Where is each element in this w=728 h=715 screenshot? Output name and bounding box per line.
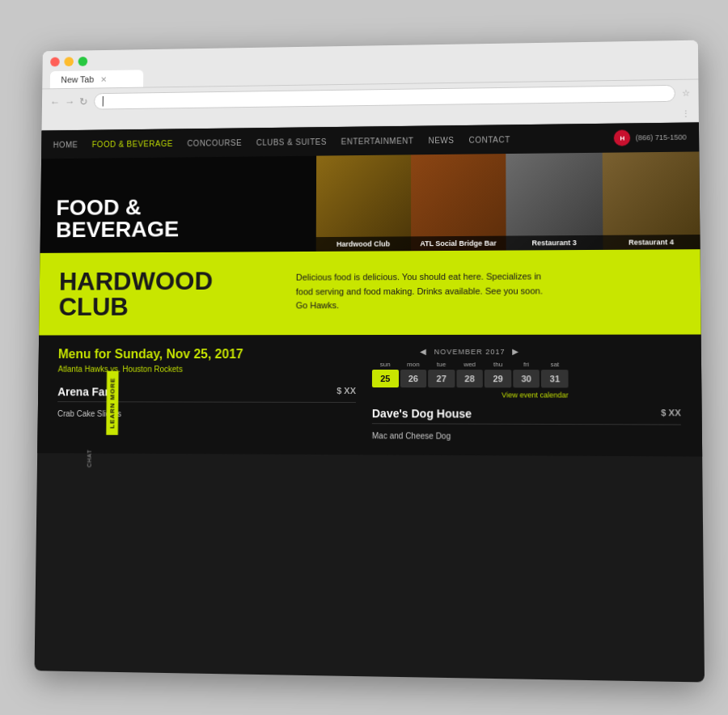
nav-entertainment[interactable]: ENTERTAINMENT: [341, 136, 414, 146]
cursor: [103, 96, 104, 107]
close-button[interactable]: [50, 57, 60, 67]
nav-home[interactable]: HOME: [53, 140, 78, 149]
hero-img-label-2: ATL Social Bridge Bar: [411, 236, 506, 252]
hero-image-4[interactable]: Restaurant 4: [602, 151, 700, 249]
venue-title: HARDWOOD CLUB: [58, 268, 280, 319]
hero-image-1[interactable]: Hardwood Club: [316, 154, 411, 252]
browser-window: New Tab ✕ ← → ↻ ☆ ⋮ HOME FOOD & BEVERAGE…: [35, 40, 705, 683]
cal-day-29[interactable]: 29: [485, 370, 511, 387]
cal-month-label: NOVEMBER 2017: [434, 347, 506, 355]
cal-days-header: sun mon tue wed thu fri sat: [372, 361, 569, 368]
hero-images: Hardwood Club ATL Social Bridge Bar Rest…: [316, 151, 700, 251]
cal-day-28[interactable]: 28: [456, 370, 483, 387]
venue-name-line1: HARDWOOD: [59, 268, 280, 294]
daves-item-1: Mac and Cheese Dog: [372, 429, 681, 444]
view-calendar-link[interactable]: View event calendar: [372, 391, 569, 400]
nav-clubs-suites[interactable]: CLUBS & SUITES: [256, 137, 327, 146]
hero-strip: FOOD & BEVERAGE Hardwood Club ATL Social…: [40, 151, 700, 252]
cal-label-fri: fri: [513, 361, 540, 368]
nav-food-beverage[interactable]: FOOD & BEVERAGE: [92, 139, 173, 149]
dark-section: Menu for Sunday, Nov 25, 2017 Atlanta Ha…: [37, 335, 702, 457]
star-icon[interactable]: ☆: [682, 88, 690, 99]
tab-close-icon[interactable]: ✕: [100, 74, 107, 83]
cal-days: 25 26 27 28 29 30 31: [372, 370, 569, 387]
hero-overlay: FOOD & BEVERAGE: [40, 156, 316, 253]
arena-fare-price: $ XX: [336, 386, 356, 399]
tab-title: New Tab: [61, 74, 94, 84]
minimize-button[interactable]: [64, 57, 74, 66]
cal-day-25[interactable]: 25: [372, 370, 399, 387]
venue-name-line2: CLUB: [58, 294, 280, 319]
cal-label-tue: tue: [428, 361, 455, 368]
cal-prev-arrow[interactable]: ◀: [421, 347, 428, 356]
food-bev-title: FOOD & BEVERAGE: [56, 196, 180, 241]
forward-button[interactable]: →: [65, 96, 75, 108]
nav-concourse[interactable]: CONCOURSE: [187, 138, 242, 148]
cal-day-30[interactable]: 30: [513, 370, 540, 387]
cal-label-sat: sat: [541, 361, 568, 368]
menu-right: ◀ NOVEMBER 2017 ▶ sun mon tue wed thu fr…: [372, 347, 681, 444]
website: HOME FOOD & BEVERAGE CONCOURSE CLUBS & S…: [35, 122, 705, 682]
menu-icon[interactable]: ⋮: [681, 109, 690, 120]
cal-label-wed: wed: [456, 361, 483, 368]
arena-fare-header: Arena Fare $ XX: [57, 385, 356, 403]
browser-tab[interactable]: New Tab ✕: [50, 70, 143, 88]
maximize-button[interactable]: [78, 57, 88, 66]
address-bar[interactable]: [94, 85, 675, 110]
cal-header: ◀ NOVEMBER 2017 ▶: [372, 347, 568, 356]
nav-contact[interactable]: CONTACT: [468, 135, 510, 144]
website-wrapper: HOME FOOD & BEVERAGE CONCOURSE CLUBS & S…: [35, 122, 705, 682]
menu-event: Atlanta Hawks vs. Houston Rockets: [58, 365, 356, 374]
food-bev-line1: FOOD &: [56, 196, 179, 219]
cal-label-thu: thu: [485, 361, 511, 368]
hero-img-label-4: Restaurant 4: [603, 235, 700, 250]
hero-img-label-3: Restaurant 3: [506, 235, 603, 251]
arena-fare-item-1: Crab Cake Sliders: [57, 407, 356, 421]
nav-buttons: ← → ↻: [49, 95, 87, 108]
phone-number: (866) 715-1500: [636, 133, 687, 142]
hero-image-2[interactable]: ATL Social Bridge Bar: [411, 154, 506, 251]
nav-right: H (866) 715-1500: [614, 129, 687, 146]
learn-more-tab[interactable]: LEARN MORE: [106, 371, 118, 435]
reload-button[interactable]: ↻: [79, 95, 88, 108]
hero-img-label-1: Hardwood Club: [316, 236, 411, 252]
daves-title: Dave's Dog House: [372, 407, 472, 420]
yellow-section: HARDWOOD CLUB Delicious food is deliciou…: [39, 249, 700, 335]
cal-day-26[interactable]: 26: [400, 370, 427, 387]
nav-news[interactable]: NEWS: [428, 136, 454, 145]
menu-date: Menu for Sunday, Nov 25, 2017: [58, 347, 356, 362]
daves-header: Dave's Dog House $ XX: [372, 407, 681, 425]
chat-widget[interactable]: CHAT: [87, 449, 92, 467]
cal-day-31[interactable]: 31: [541, 370, 568, 387]
hero-image-3[interactable]: Restaurant 3: [506, 153, 603, 251]
menu-left: Menu for Sunday, Nov 25, 2017 Atlanta Ha…: [57, 347, 356, 442]
food-bev-line2: BEVERAGE: [56, 218, 179, 241]
cal-label-sun: sun: [372, 361, 399, 368]
hawks-logo: H: [614, 129, 631, 146]
cal-label-mon: mon: [400, 361, 427, 368]
nav-items: HOME FOOD & BEVERAGE CONCOURSE CLUBS & S…: [53, 133, 615, 149]
venue-description: Delicious food is delicious. You should …: [296, 266, 556, 313]
back-button[interactable]: ←: [49, 96, 60, 108]
cal-day-27[interactable]: 27: [428, 370, 455, 387]
daves-section: Dave's Dog House $ XX Mac and Cheese Dog: [372, 407, 681, 444]
cal-next-arrow[interactable]: ▶: [512, 347, 519, 356]
calendar: ◀ NOVEMBER 2017 ▶ sun mon tue wed thu fr…: [372, 347, 569, 400]
daves-price: $ XX: [661, 408, 681, 421]
